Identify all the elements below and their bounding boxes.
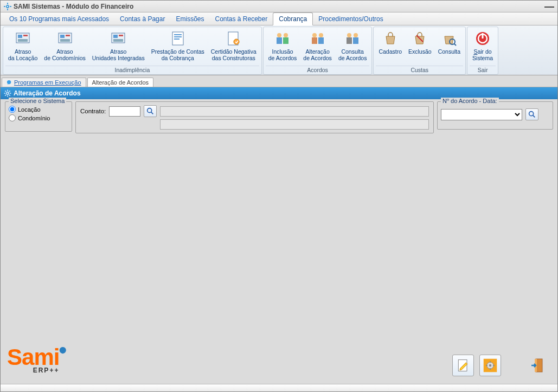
svg-rect-19	[174, 34, 182, 35]
ribbon-btn-alteracao-acordos[interactable]: Alteraçãode Acordos	[300, 28, 335, 63]
ribbon-btn-exclusao[interactable]: Exclusão	[406, 28, 434, 56]
groupbox-contrato: Contrato: Contrato:	[75, 101, 434, 133]
contrato-search-button[interactable]	[144, 105, 157, 117]
edit-icon	[456, 358, 471, 373]
search-icon	[528, 110, 536, 119]
groupbox-acordo: Nº do Acordo - Data:	[437, 101, 553, 130]
svg-rect-8	[23, 35, 28, 36]
svg-point-60	[489, 364, 491, 367]
radio-condominio[interactable]: Condomínio	[9, 114, 68, 121]
logo: Sami● ERP++	[7, 346, 59, 374]
people-icon	[274, 30, 291, 47]
door-exit-icon	[529, 357, 547, 374]
menu-item-procedimentos[interactable]: Procedimentos/Outros	[313, 12, 388, 25]
tab-alteracao-acordos[interactable]: Alteração de Acordos	[87, 78, 154, 87]
svg-rect-31	[318, 37, 324, 44]
svg-rect-16	[119, 35, 123, 36]
bottom-toolbar	[452, 355, 549, 376]
svg-rect-20	[174, 36, 182, 37]
svg-point-32	[347, 33, 351, 37]
svg-point-42	[7, 80, 11, 83]
contrato-input[interactable]	[109, 106, 140, 117]
page-title: Alteração de Acordos	[14, 89, 81, 97]
svg-rect-26	[277, 37, 282, 44]
ribbon-btn-sair[interactable]: Sair doSistema	[470, 28, 496, 63]
svg-point-24	[277, 33, 281, 37]
ribbon-group-label: Custas	[376, 66, 463, 74]
svg-line-38	[454, 43, 456, 46]
radio-locacao[interactable]: Locação	[9, 106, 68, 113]
svg-rect-27	[283, 37, 288, 44]
ribbon-btn-atraso-locacao[interactable]: Atrasoda Locação	[5, 28, 40, 63]
svg-point-33	[354, 33, 358, 37]
app-window: SAMI Sistemas - Módulo do Financeiro Os …	[0, 0, 558, 392]
svg-rect-35	[353, 37, 358, 44]
svg-line-51	[5, 95, 6, 96]
gear-icon	[483, 358, 498, 373]
ribbon-group-acordos: Inclusãode Acordos Alteraçãode Acordos C…	[263, 27, 373, 75]
bag-icon	[440, 30, 458, 47]
contrato-label: Contrato:	[80, 108, 106, 114]
svg-rect-30	[312, 37, 317, 44]
svg-rect-15	[113, 35, 118, 38]
radio-label: Locação	[18, 106, 41, 113]
groupbox-sistema: Selecione o Sistema Locação Condomínio	[5, 101, 72, 132]
report-icon	[110, 30, 127, 47]
document-tab-strip: Programas em Execução Alteração de Acord…	[1, 75, 557, 87]
tab-programas-execucao[interactable]: Programas em Execução	[2, 78, 86, 87]
ribbon-btn-inclusao-acordos[interactable]: Inclusãode Acordos	[266, 28, 300, 63]
menu-item-emissoes[interactable]: Emissões	[170, 12, 209, 25]
groupbox-legend: Selecione o Sistema	[9, 98, 66, 104]
bag-icon	[411, 30, 428, 47]
svg-line-56	[533, 115, 535, 117]
svg-rect-21	[174, 38, 179, 40]
radio-label: Condomínio	[18, 115, 50, 121]
ribbon-btn-consulta[interactable]: Consulta	[435, 28, 463, 56]
ribbon-group-label: Acordos	[266, 66, 370, 74]
ribbon-group-sair: Sair doSistema Sair	[467, 27, 498, 75]
menu-item-acessados[interactable]: Os 10 Programas mais Acessados	[4, 12, 114, 25]
ribbon-btn-certidao-negativa[interactable]: Certidão Negativadas Construtoras	[208, 28, 259, 63]
report-icon	[14, 30, 31, 47]
svg-line-50	[9, 95, 10, 96]
tab-label: Programas em Execução	[14, 79, 81, 86]
svg-line-54	[151, 112, 153, 114]
exit-button[interactable]	[527, 355, 549, 376]
logo-text: Sami●	[7, 346, 59, 369]
ribbon-btn-prestacao-contas[interactable]: Prestação de Contasda Cobrança	[149, 28, 207, 63]
menu-item-contas-pagar[interactable]: Contas à Pagar	[114, 12, 170, 25]
svg-rect-12	[66, 35, 70, 36]
svg-rect-7	[18, 35, 22, 38]
ribbon-btn-cadastro[interactable]: Cadastro	[376, 28, 405, 56]
power-icon	[474, 30, 491, 47]
edit-button[interactable]	[452, 355, 474, 376]
svg-point-25	[284, 33, 288, 37]
report-icon	[56, 30, 74, 47]
gear-icon	[4, 89, 11, 97]
ribbon-btn-consulta-acordos[interactable]: Consultade Acordos	[336, 28, 370, 63]
status-bar	[1, 384, 557, 391]
radio-input[interactable]	[9, 114, 16, 121]
bubble-icon	[7, 80, 12, 86]
tab-label: Alteração de Acordos	[92, 79, 149, 86]
svg-rect-13	[60, 39, 70, 42]
ribbon-btn-atraso-unidades[interactable]: AtrasoUnidades Integradas	[89, 28, 147, 63]
svg-line-49	[5, 91, 6, 92]
ribbon: Atrasoda Locação Atrasode Condomínios At…	[1, 25, 557, 75]
ribbon-btn-atraso-condominios[interactable]: Atrasode Condomínios	[41, 28, 88, 63]
radio-input[interactable]	[9, 106, 16, 113]
minimize-button[interactable]	[544, 5, 554, 8]
form-area: Selecione o Sistema Locação Condomínio C…	[1, 99, 557, 136]
ribbon-group-inadimplencia: Atrasoda Locação Atrasode Condomínios At…	[3, 27, 262, 75]
acordo-combo[interactable]	[441, 109, 522, 120]
svg-rect-34	[347, 37, 352, 44]
settings-button[interactable]	[479, 355, 501, 376]
report2-icon	[169, 30, 187, 47]
acordo-search-button[interactable]	[525, 108, 538, 120]
menu-item-contas-receber[interactable]: Contas à Receber	[209, 12, 273, 25]
svg-point-1	[7, 5, 8, 7]
menu-item-cobranca[interactable]: Cobrança	[273, 12, 313, 25]
svg-point-23	[234, 39, 239, 44]
people-icon	[344, 30, 361, 47]
bag-icon	[382, 30, 399, 47]
